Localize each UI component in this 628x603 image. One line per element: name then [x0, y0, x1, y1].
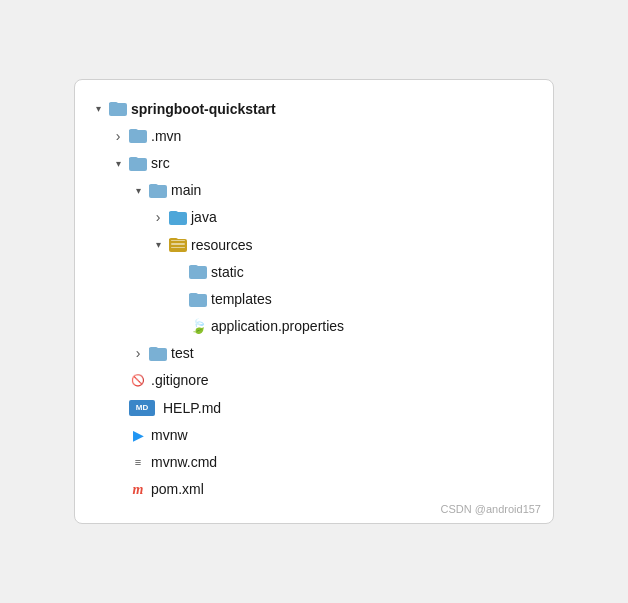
mvnw-icon: ▶ [129, 427, 147, 443]
tree-item-templates[interactable]: templates [91, 286, 533, 313]
tree-item-test[interactable]: test [91, 340, 533, 367]
project-tree: springboot-quickstart .mvn src main java [91, 96, 533, 504]
arrow-resources [151, 236, 165, 254]
label-static: static [211, 260, 244, 285]
arrow-main [131, 182, 145, 200]
arrow-src [111, 155, 125, 173]
tree-item-pomxml[interactable]: m pom.xml [91, 476, 533, 503]
arrow-root [91, 100, 105, 118]
label-gitignore: .gitignore [151, 368, 209, 393]
tree-item-mvnwcmd[interactable]: ≡ mvnw.cmd [91, 449, 533, 476]
label-test: test [171, 341, 194, 366]
tree-item-helpmd[interactable]: MD HELP.md [91, 395, 533, 422]
tree-item-src[interactable]: src [91, 150, 533, 177]
cmd-icon: ≡ [129, 455, 147, 471]
label-java: java [191, 205, 217, 230]
label-helpmd: HELP.md [163, 396, 221, 421]
watermark: CSDN @android157 [441, 503, 541, 515]
label-main: main [171, 178, 201, 203]
tree-item-root[interactable]: springboot-quickstart [91, 96, 533, 123]
spring-icon-appprops: 🍃 [189, 319, 207, 335]
folder-icon-main [149, 184, 167, 198]
label-pomxml: pom.xml [151, 477, 204, 502]
label-templates: templates [211, 287, 272, 312]
md-icon: MD [129, 400, 155, 416]
tree-item-appprops[interactable]: 🍃 application.properties [91, 313, 533, 340]
arrow-java [151, 205, 165, 230]
tree-item-static[interactable]: static [91, 259, 533, 286]
folder-icon-src [129, 157, 147, 171]
tree-item-resources[interactable]: resources [91, 232, 533, 259]
folder-icon-static [189, 265, 207, 279]
label-resources: resources [191, 233, 252, 258]
tree-item-mvn[interactable]: .mvn [91, 123, 533, 150]
folder-icon-mvn [129, 129, 147, 143]
label-mvn: .mvn [151, 124, 181, 149]
arrow-test [131, 341, 145, 366]
file-tree-panel: springboot-quickstart .mvn src main java [74, 79, 554, 525]
pom-icon: m [129, 482, 147, 498]
tree-item-mvnw[interactable]: ▶ mvnw [91, 422, 533, 449]
tree-item-java[interactable]: java [91, 204, 533, 231]
folder-icon-java [169, 211, 187, 225]
tree-item-gitignore[interactable]: 🚫 .gitignore [91, 367, 533, 394]
label-mvnw: mvnw [151, 423, 188, 448]
folder-icon-root [109, 102, 127, 116]
tree-item-main[interactable]: main [91, 177, 533, 204]
arrow-mvn [111, 124, 125, 149]
folder-icon-resources [169, 238, 187, 252]
folder-icon-templates [189, 293, 207, 307]
folder-icon-test [149, 347, 167, 361]
gitignore-icon: 🚫 [129, 373, 147, 389]
label-mvnwcmd: mvnw.cmd [151, 450, 217, 475]
label-root: springboot-quickstart [131, 97, 276, 122]
label-appprops: application.properties [211, 314, 344, 339]
label-src: src [151, 151, 170, 176]
